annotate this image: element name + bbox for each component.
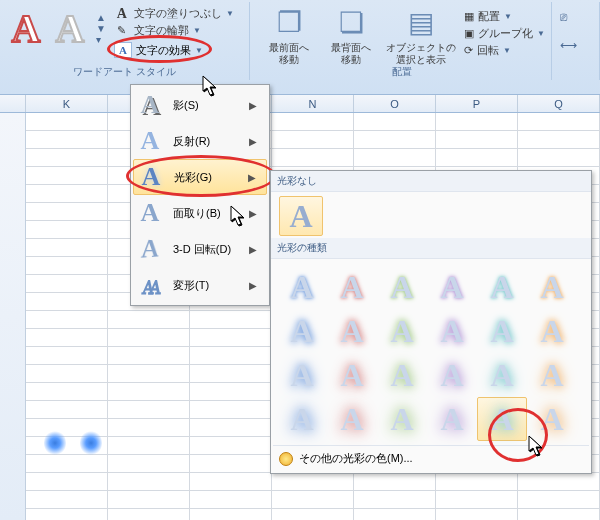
more-glow-colors[interactable]: その他の光彩の色(M)... [273, 445, 589, 471]
glow-variant[interactable]: A [377, 353, 427, 397]
glow-variant[interactable]: A [327, 309, 377, 353]
menu-item-label: 反射(R) [173, 134, 241, 149]
selection-pane-label: オブジェクトの 選択と表示 [386, 42, 456, 65]
bring-front-label: 最前面へ 移動 [269, 42, 309, 65]
menu-item-label: 3-D 回転(D) [173, 242, 241, 257]
glow-variant[interactable]: A [277, 265, 327, 309]
pen-outline-icon: ✎ [114, 24, 130, 38]
submenu-arrow-icon: ▶ [249, 208, 257, 219]
menu-item-label: 面取り(B) [173, 206, 241, 221]
glow-variant[interactable]: A [377, 309, 427, 353]
menu-item-glow[interactable]: A 光彩(G) ▶ [133, 159, 267, 195]
wordart-sample[interactable]: A [6, 4, 46, 52]
text-effects-label: 文字の効果 [136, 43, 191, 58]
wordart-shape[interactable] [80, 430, 102, 456]
glow-variant[interactable]: A [327, 353, 377, 397]
glow-variant[interactable]: A [277, 353, 327, 397]
rotate-label: 回転 [477, 43, 499, 58]
more-glow-colors-label: その他の光彩の色(M)... [299, 451, 413, 466]
group-icon: ▣ [464, 27, 474, 40]
wordart-sample[interactable]: A [50, 4, 90, 52]
menu-item-label: 変形(T) [173, 278, 241, 293]
text-outline-button[interactable]: ✎ 文字の輪郭 ▼ [114, 23, 234, 38]
rotate-button[interactable]: ⟳回転 ▼ [464, 43, 545, 58]
bring-front-button[interactable]: ❐ 最前面へ 移動 [258, 4, 320, 65]
letter-a-fill-icon: A [114, 7, 130, 21]
glow-variant[interactable]: A [377, 397, 427, 441]
glow-variant[interactable]: A [427, 309, 477, 353]
align-button[interactable]: ▦配置 ▼ [464, 9, 545, 24]
submenu-header-variants: 光彩の種類 [271, 238, 591, 259]
row-headers[interactable] [0, 113, 26, 520]
col-header[interactable]: N [272, 95, 354, 112]
menu-item-3d-rotation[interactable]: A 3-D 回転(D) ▶ [133, 231, 267, 267]
text-effects-button[interactable]: A 文字の効果 ▼ [114, 42, 234, 58]
wordart-gallery-more[interactable]: ▲▼▾ [94, 12, 108, 45]
menu-item-bevel[interactable]: A 面取り(B) ▶ [133, 195, 267, 231]
text-fill-button[interactable]: A 文字の塗りつぶし ▼ [114, 6, 234, 21]
letter-a-effects-icon: A [114, 42, 132, 58]
glow-variant[interactable]: A [277, 397, 327, 441]
text-outline-label: 文字の輪郭 [134, 23, 189, 38]
glow-variant[interactable]: A [527, 353, 577, 397]
rotate-icon: ⟳ [464, 44, 473, 57]
dropdown-arrow-icon: ▼ [193, 26, 201, 35]
glow-variant[interactable]: A [477, 265, 527, 309]
column-headers: K L M N O P Q [0, 95, 600, 113]
ribbon-group-wordart: A A ▲▼▾ A 文字の塗りつぶし ▼ ✎ 文字の輪郭 ▼ A 文字の効果 [0, 2, 250, 80]
align-icon: ▦ [464, 10, 474, 23]
col-header[interactable]: O [354, 95, 436, 112]
submenu-arrow-icon: ▶ [249, 280, 257, 291]
submenu-arrow-icon: ▶ [249, 244, 257, 255]
ribbon-group-label: ワードアート スタイル [0, 65, 249, 79]
text-fill-label: 文字の塗りつぶし [134, 6, 222, 21]
menu-item-reflection[interactable]: A 反射(R) ▶ [133, 123, 267, 159]
group-label: グループ化 [478, 26, 533, 41]
submenu-arrow-icon: ▶ [248, 172, 256, 183]
selection-pane-button[interactable]: ▤ オブジェクトの 選択と表示 [382, 4, 460, 65]
group-button[interactable]: ▣グループ化 ▼ [464, 26, 545, 41]
menu-item-transform[interactable]: ᴀᴀ 変形(T) ▶ [133, 267, 267, 303]
glow-variant[interactable]: A [327, 397, 377, 441]
align-label: 配置 [478, 9, 500, 24]
menu-item-label: 影(S) [173, 98, 241, 113]
col-header[interactable]: K [26, 95, 108, 112]
wordart-gallery[interactable]: A A ▲▼▾ [6, 4, 108, 52]
text-effects-menu: A 影(S) ▶ A 反射(R) ▶ A 光彩(G) ▶ A 面取り(B) ▶ … [130, 84, 270, 306]
dropdown-arrow-icon: ▼ [226, 9, 234, 18]
glow-submenu: 光彩なし A 光彩の種類 AAAAAAAAAAAAAAAAAAAAAAAA その… [270, 170, 592, 474]
ribbon: A A ▲▼▾ A 文字の塗りつぶし ▼ ✎ 文字の輪郭 ▼ A 文字の効果 [0, 0, 600, 95]
glow-variant[interactable]: A [277, 309, 327, 353]
col-header[interactable]: Q [518, 95, 600, 112]
submenu-arrow-icon: ▶ [249, 136, 257, 147]
menu-item-shadow[interactable]: A 影(S) ▶ [133, 87, 267, 123]
wordart-shape[interactable] [44, 430, 66, 456]
glow-variant[interactable]: A [427, 265, 477, 309]
glow-variant[interactable]: A [427, 353, 477, 397]
glow-variant[interactable]: A [427, 397, 477, 441]
ribbon-group-arrange: ❐ 最前面へ 移動 ❏ 最背面へ 移動 ▤ オブジェクトの 選択と表示 ▦配置 … [252, 2, 552, 80]
submenu-arrow-icon: ▶ [249, 100, 257, 111]
menu-item-label: 光彩(G) [174, 170, 240, 185]
glow-variant[interactable]: A [527, 309, 577, 353]
send-back-icon: ❏ [333, 4, 369, 40]
glow-variant[interactable]: A [477, 353, 527, 397]
ribbon-group-label: 配置 [252, 65, 551, 79]
glow-variant[interactable]: A [527, 397, 577, 441]
glow-variant[interactable]: A [477, 309, 527, 353]
glow-variant[interactable]: A [327, 265, 377, 309]
selection-pane-icon: ▤ [403, 4, 439, 40]
glow-gallery: AAAAAAAAAAAAAAAAAAAAAAAA [273, 261, 589, 445]
color-wheel-icon [279, 452, 293, 466]
send-back-button[interactable]: ❏ 最背面へ 移動 [320, 4, 382, 65]
glow-variant[interactable]: A [377, 265, 427, 309]
glow-none-option[interactable]: A [279, 196, 323, 236]
dropdown-arrow-icon: ▼ [195, 46, 203, 55]
ribbon-group-size: ⎚⟷ [554, 2, 600, 80]
bring-front-icon: ❐ [271, 4, 307, 40]
submenu-header-none: 光彩なし [271, 171, 591, 192]
glow-variant[interactable]: A [527, 265, 577, 309]
col-header[interactable]: P [436, 95, 518, 112]
send-back-label: 最背面へ 移動 [331, 42, 371, 65]
glow-variant[interactable]: A [477, 397, 527, 441]
